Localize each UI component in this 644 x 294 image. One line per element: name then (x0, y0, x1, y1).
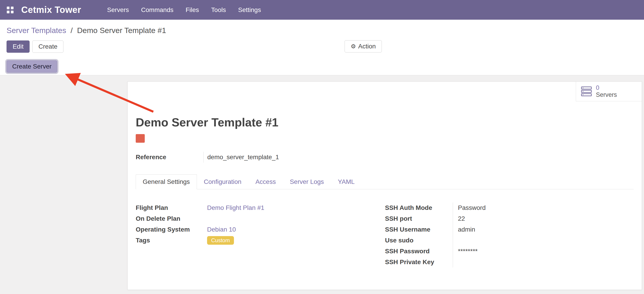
flight-plan-value[interactable]: Demo Flight Plan #1 (204, 202, 264, 213)
create-server-button[interactable]: Create Server (6, 60, 57, 73)
action-menu-label: Action (358, 43, 376, 50)
apps-grid-icon[interactable] (7, 7, 14, 13)
color-swatch[interactable] (136, 134, 145, 143)
use-sudo-label: Use sudo (385, 237, 453, 244)
field-group-right: SSH Auth Mode Password SSH port 22 SSH U… (385, 202, 634, 267)
field-group-left: Flight Plan Demo Flight Plan #1 On Delet… (136, 202, 385, 267)
tab-configuration[interactable]: Configuration (197, 174, 248, 189)
on-delete-plan-value (204, 213, 207, 224)
edit-button[interactable]: Edit (6, 41, 30, 53)
ssh-password-value: ******** (453, 246, 478, 257)
content-area: 0 Servers Demo Server Template #1 Refere… (0, 75, 644, 294)
field-row-ssh-username: SSH Username admin (385, 224, 634, 235)
nav-item-tools[interactable]: Tools (211, 6, 226, 14)
top-navbar: Cetmix Tower Servers Commands Files Tool… (0, 0, 644, 20)
field-row-on-delete-plan: On Delete Plan (136, 213, 385, 224)
field-row-ssh-password: SSH Password ******** (385, 246, 634, 257)
servers-label: Servers (596, 91, 617, 98)
servers-stat-button[interactable]: 0 Servers (576, 82, 642, 101)
breadcrumb: Server Templates / Demo Server Template … (6, 26, 638, 35)
tag-custom: Custom (207, 236, 234, 245)
create-button[interactable]: Create (32, 41, 64, 53)
breadcrumb-separator: / (70, 26, 72, 35)
nav-item-settings[interactable]: Settings (238, 6, 261, 14)
field-row-flight-plan: Flight Plan Demo Flight Plan #1 (136, 202, 385, 213)
ssh-auth-mode-value: Password (453, 202, 486, 213)
record-title: Demo Server Template #1 (136, 115, 634, 129)
ssh-username-value: admin (453, 224, 475, 235)
ssh-private-key-value (453, 257, 458, 267)
nav-item-files[interactable]: Files (186, 6, 199, 14)
flight-plan-label: Flight Plan (136, 204, 204, 211)
servers-count: 0 (596, 84, 617, 91)
field-row-operating-system: Operating System Debian 10 (136, 224, 385, 235)
operating-system-label: Operating System (136, 226, 204, 233)
field-row-ssh-auth-mode: SSH Auth Mode Password (385, 202, 634, 213)
ssh-password-label: SSH Password (385, 248, 453, 255)
nav-item-servers[interactable]: Servers (107, 6, 129, 14)
notebook-tabs: General Settings Configuration Access Se… (136, 174, 634, 189)
ssh-port-value: 22 (453, 213, 465, 224)
action-menu-wrap: ⚙ Action (344, 40, 382, 53)
field-row-use-sudo: Use sudo (385, 235, 634, 246)
tags-value: Custom (204, 235, 234, 246)
breadcrumb-parent-link[interactable]: Server Templates (6, 26, 66, 35)
breadcrumb-current: Demo Server Template #1 (77, 26, 166, 35)
navbar-menu: Servers Commands Files Tools Settings (107, 6, 261, 14)
action-menu-button[interactable]: ⚙ Action (344, 40, 382, 53)
ssh-auth-mode-label: SSH Auth Mode (385, 204, 453, 211)
operating-system-value[interactable]: Debian 10 (204, 224, 236, 235)
control-panel: Server Templates / Demo Server Template … (0, 20, 644, 75)
tab-server-logs[interactable]: Server Logs (283, 174, 331, 189)
gear-icon: ⚙ (351, 43, 356, 49)
on-delete-plan-label: On Delete Plan (136, 215, 204, 222)
brand-title[interactable]: Cetmix Tower (21, 5, 81, 15)
field-groups: Flight Plan Demo Flight Plan #1 On Delet… (136, 202, 634, 267)
nav-item-commands[interactable]: Commands (141, 6, 174, 14)
servers-stat-text: 0 Servers (596, 84, 617, 98)
use-sudo-value (453, 235, 458, 246)
tab-access[interactable]: Access (248, 174, 283, 189)
tab-yaml[interactable]: YAML (331, 174, 362, 189)
field-row-tags: Tags Custom (136, 235, 385, 246)
tags-label: Tags (136, 237, 204, 244)
statusbar-row: Create Server (6, 60, 638, 75)
ssh-private-key-label: SSH Private Key (385, 258, 453, 266)
field-row-ssh-private-key: SSH Private Key (385, 257, 634, 267)
sheet-body: Demo Server Template #1 Reference demo_s… (128, 82, 642, 267)
field-row-ssh-port: SSH port 22 (385, 213, 634, 224)
reference-field-row: Reference demo_server_template_1 (136, 152, 634, 163)
servers-stack-icon (581, 86, 592, 96)
record-sheet: 0 Servers Demo Server Template #1 Refere… (127, 81, 642, 290)
ssh-username-label: SSH Username (385, 226, 453, 233)
reference-label: Reference (136, 154, 204, 161)
tab-general-settings[interactable]: General Settings (136, 174, 197, 189)
ssh-port-label: SSH port (385, 215, 453, 222)
reference-value: demo_server_template_1 (204, 152, 279, 163)
action-buttons-row: Edit Create ⚙ Action (6, 40, 638, 53)
